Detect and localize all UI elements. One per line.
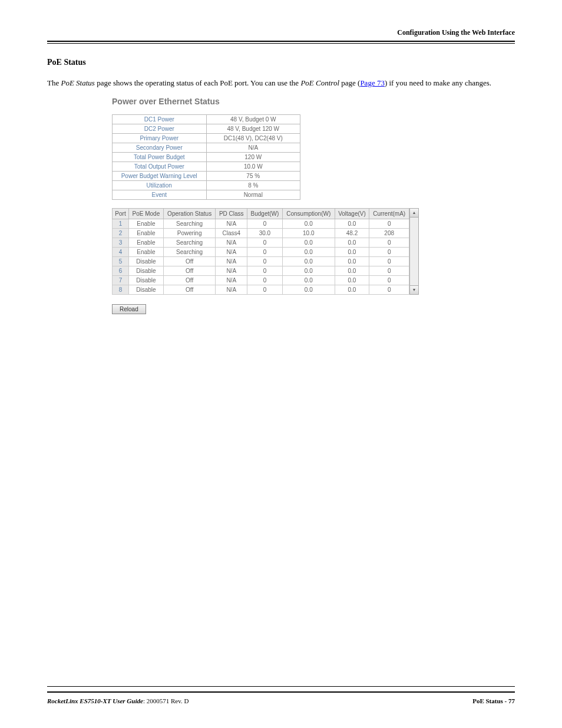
current-cell: 0	[369, 238, 409, 247]
poe-mode-cell: Enable	[129, 247, 164, 256]
summary-row: Power Budget Warning Level75 %	[113, 171, 300, 180]
ports-header-cell: PD Class	[216, 208, 247, 219]
footer-left: RocketLinx ES7510-XT User Guide: 2000571…	[47, 697, 189, 704]
budget-cell: 0	[247, 285, 282, 294]
summary-value: 8 %	[206, 180, 300, 190]
current-cell: 0	[369, 275, 409, 285]
table-row: 8DisableOffN/A00.00.00	[113, 285, 409, 294]
summary-row: Utilization8 %	[113, 180, 300, 190]
summary-value: 48 V, Budget 120 W	[206, 124, 300, 133]
ports-header-cell: Operation Status	[163, 208, 216, 219]
ports-header-row: PortPoE ModeOperation StatusPD ClassBudg…	[113, 208, 409, 219]
summary-label: Event	[113, 190, 207, 199]
operation-status-cell: Powering	[163, 228, 216, 238]
operation-status-cell: Searching	[163, 238, 216, 247]
table-row: 2EnablePoweringClass430.010.048.2208	[113, 228, 409, 238]
summary-value: 10.0 W	[206, 162, 300, 171]
operation-status-cell: Off	[163, 275, 216, 285]
header-rule-thin	[47, 43, 515, 44]
summary-label: DC1 Power	[113, 114, 207, 124]
screenshot-title: Power over Ethernet Status	[112, 97, 430, 106]
summary-row: DC1 Power48 V, Budget 0 W	[113, 114, 300, 124]
summary-value: 120 W	[206, 152, 300, 162]
voltage-cell: 0.0	[335, 285, 369, 294]
consumption-cell: 0.0	[282, 285, 335, 294]
pd-class-cell: N/A	[216, 275, 247, 285]
summary-value: 48 V, Budget 0 W	[206, 114, 300, 124]
operation-status-cell: Searching	[163, 219, 216, 228]
summary-row: EventNormal	[113, 190, 300, 199]
scroll-track[interactable]	[410, 218, 418, 285]
budget-cell: 0	[247, 266, 282, 275]
poe-mode-cell: Disable	[129, 275, 164, 285]
poe-mode-cell: Enable	[129, 238, 164, 247]
ports-tbody: 1EnableSearchingN/A00.00.002EnablePoweri…	[113, 219, 409, 294]
footer-right: PoE Status - 77	[472, 697, 515, 704]
table-row: 7DisableOffN/A00.00.00	[113, 275, 409, 285]
current-cell: 0	[369, 285, 409, 294]
intro-text: page (	[339, 78, 360, 87]
scroll-down-icon[interactable]: ▾	[410, 285, 418, 294]
footer-rule-thick	[47, 691, 515, 693]
header-rule-thick	[47, 41, 515, 42]
budget-cell: 0	[247, 238, 282, 247]
section-title: PoE Status	[47, 58, 515, 67]
budget-cell: 0	[247, 256, 282, 266]
intro-text: page shows the operating status of each …	[95, 78, 301, 87]
table-row: 6DisableOffN/A00.00.00	[113, 266, 409, 275]
budget-cell: 0	[247, 247, 282, 256]
page-73-link[interactable]: Page 73	[360, 78, 385, 87]
current-cell: 0	[369, 266, 409, 275]
summary-value: N/A	[206, 143, 300, 152]
scroll-up-icon[interactable]: ▴	[410, 209, 418, 218]
voltage-cell: 0.0	[335, 219, 369, 228]
port-number-cell: 7	[113, 275, 129, 285]
pd-class-cell: N/A	[216, 256, 247, 266]
intro-text: The	[47, 78, 61, 87]
intro-em2: PoE Control	[300, 78, 339, 87]
ports-header-cell: Voltage(V)	[335, 208, 369, 219]
voltage-cell: 0.0	[335, 266, 369, 275]
ports-header-cell: Current(mA)	[369, 208, 409, 219]
ports-header-cell: PoE Mode	[129, 208, 164, 219]
voltage-cell: 0.0	[335, 256, 369, 266]
pd-class-cell: Class4	[216, 228, 247, 238]
summary-row: DC2 Power48 V, Budget 120 W	[113, 124, 300, 133]
voltage-cell: 48.2	[335, 228, 369, 238]
poe-mode-cell: Enable	[129, 228, 164, 238]
running-head: Configuration Using the Web Interface	[47, 28, 515, 37]
current-cell: 0	[369, 256, 409, 266]
consumption-cell: 0.0	[282, 247, 335, 256]
consumption-cell: 0.0	[282, 266, 335, 275]
operation-status-cell: Off	[163, 285, 216, 294]
budget-cell: 0	[247, 219, 282, 228]
pd-class-cell: N/A	[216, 285, 247, 294]
table-row: 4EnableSearchingN/A00.00.00	[113, 247, 409, 256]
reload-button[interactable]: Reload	[112, 304, 146, 314]
consumption-cell: 0.0	[282, 238, 335, 247]
footer-guide-title: RocketLinx ES7510-XT User Guide	[47, 697, 143, 704]
summary-value: Normal	[206, 190, 300, 199]
budget-cell: 30.0	[247, 228, 282, 238]
consumption-cell: 0.0	[282, 275, 335, 285]
pd-class-cell: N/A	[216, 219, 247, 228]
port-number-cell: 2	[113, 228, 129, 238]
summary-label: Total Power Budget	[113, 152, 207, 162]
budget-cell: 0	[247, 275, 282, 285]
current-cell: 0	[369, 219, 409, 228]
consumption-cell: 0.0	[282, 256, 335, 266]
consumption-cell: 10.0	[282, 228, 335, 238]
voltage-cell: 0.0	[335, 275, 369, 285]
intro-em1: PoE Status	[61, 78, 94, 87]
summary-tbody: DC1 Power48 V, Budget 0 WDC2 Power48 V, …	[113, 114, 300, 199]
page-footer: RocketLinx ES7510-XT User Guide: 2000571…	[47, 681, 515, 704]
page-header: Configuration Using the Web Interface	[47, 28, 515, 44]
table-row: 3EnableSearchingN/A00.00.00	[113, 238, 409, 247]
port-number-cell: 1	[113, 219, 129, 228]
summary-value: 75 %	[206, 171, 300, 180]
poe-mode-cell: Disable	[129, 266, 164, 275]
ports-table: PortPoE ModeOperation StatusPD ClassBudg…	[112, 208, 409, 295]
ports-scrollbar[interactable]: ▴ ▾	[409, 208, 419, 295]
summary-label: DC2 Power	[113, 124, 207, 133]
intro-paragraph: The PoE Status page shows the operating …	[47, 78, 515, 88]
